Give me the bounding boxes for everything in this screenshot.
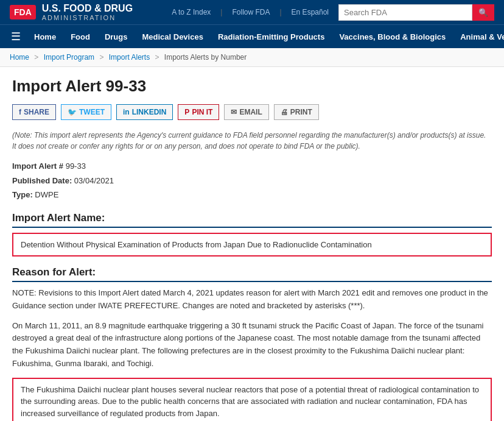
meta-published-value: 03/04/2021 xyxy=(74,176,114,185)
sep1: > xyxy=(34,53,38,62)
nav-drugs[interactable]: Drugs xyxy=(97,26,135,48)
content-area: Import Alert 99-33 f SHARE 🐦 TWEET in LI… xyxy=(0,67,504,421)
breadcrumb-current: Imports Alerts by Number xyxy=(164,53,247,62)
a-to-z-link[interactable]: A to Z Index xyxy=(172,8,211,16)
nav-vaccines[interactable]: Vaccines, Blood & Biologics xyxy=(332,26,453,48)
nav-home[interactable]: Home xyxy=(27,26,63,48)
share-bar: f SHARE 🐦 TWEET in LINKEDIN P PIN IT ✉ E… xyxy=(12,104,492,120)
share-linkedin[interactable]: in LINKEDIN xyxy=(116,104,173,120)
meta-published-label: Published Date: xyxy=(12,176,74,185)
reason-heading: Reason for Alert: xyxy=(12,266,492,282)
alert-name-text: Detention Without Physical Examination o… xyxy=(21,240,372,249)
top-bar: FDA U.S. FOOD & DRUG ADMINISTRATION A to… xyxy=(0,0,504,24)
alert-meta: Import Alert # 99-33 Published Date: 03/… xyxy=(12,159,492,202)
meta-published: Published Date: 03/04/2021 xyxy=(12,174,492,188)
nav-animal[interactable]: Animal & Veterinary xyxy=(453,26,504,48)
sep2: > xyxy=(99,53,103,62)
alert-note: (Note: This import alert represents the … xyxy=(12,130,492,152)
meta-type-value: DWPE xyxy=(35,190,58,199)
logo-area: FDA U.S. FOOD & DRUG ADMINISTRATION xyxy=(10,2,133,22)
facebook-icon: f xyxy=(19,108,21,116)
meta-alert-number: Import Alert # 99-33 xyxy=(12,159,492,173)
breadcrumb-home[interactable]: Home xyxy=(10,53,29,62)
reason-para-3: The Fukushima Daiichi nuclear plant hous… xyxy=(21,384,483,420)
agency-line1: U.S. FOOD & DRUG xyxy=(42,2,133,14)
nav-radiation[interactable]: Radiation-Emitting Products xyxy=(211,26,332,48)
breadcrumb-import-alerts[interactable]: Import Alerts xyxy=(109,53,150,62)
search-button[interactable]: 🔍 xyxy=(472,4,494,21)
reason-para-2: On March 11, 2011, an 8.9 magnitude eart… xyxy=(12,320,492,370)
share-twitter-label: TWEET xyxy=(79,108,105,116)
en-espanol-link[interactable]: En Español xyxy=(292,8,329,16)
agency-line2: ADMINISTRATION xyxy=(42,14,133,22)
share-facebook-label: SHARE xyxy=(24,108,49,116)
meta-alert-number-value: 99-33 xyxy=(66,161,86,171)
share-print[interactable]: 🖨 PRINT xyxy=(274,104,319,120)
share-pinterest[interactable]: P PIN IT xyxy=(178,104,219,120)
pinterest-icon: P xyxy=(184,108,189,116)
top-links: A to Z Index | Follow FDA | En Español 🔍 xyxy=(172,4,494,21)
hamburger-button[interactable]: ☰ xyxy=(5,25,27,48)
alert-name-box: Detention Without Physical Examination o… xyxy=(12,233,492,257)
main-nav: ☰ Home Food Drugs Medical Devices Radiat… xyxy=(0,24,504,48)
fda-badge: FDA xyxy=(10,5,36,19)
share-pinterest-label: PIN IT xyxy=(192,108,212,116)
nav-medical-devices[interactable]: Medical Devices xyxy=(135,26,210,48)
agency-name: U.S. FOOD & DRUG ADMINISTRATION xyxy=(42,2,133,22)
follow-fda-link[interactable]: Follow FDA xyxy=(232,8,270,16)
print-icon: 🖨 xyxy=(281,108,288,116)
search-container: 🔍 xyxy=(338,4,494,21)
divider1: | xyxy=(220,8,222,16)
share-facebook[interactable]: f SHARE xyxy=(12,104,56,120)
sep3: > xyxy=(155,53,159,62)
twitter-icon: 🐦 xyxy=(68,108,77,116)
share-linkedin-label: LINKEDIN xyxy=(132,108,167,116)
divider2: | xyxy=(279,8,281,16)
share-print-label: PRINT xyxy=(290,108,312,116)
reason-highlighted-box: The Fukushima Daiichi nuclear plant hous… xyxy=(12,378,492,421)
search-input[interactable] xyxy=(338,4,472,21)
breadcrumb: Home > Import Program > Import Alerts > … xyxy=(0,48,504,67)
meta-alert-number-label: Import Alert # xyxy=(12,161,66,171)
linkedin-icon: in xyxy=(123,108,130,116)
share-twitter[interactable]: 🐦 TWEET xyxy=(61,104,111,120)
page-title: Import Alert 99-33 xyxy=(12,77,492,96)
nav-food[interactable]: Food xyxy=(63,26,97,48)
share-email[interactable]: ✉ EMAIL xyxy=(224,104,268,120)
share-email-label: EMAIL xyxy=(239,108,262,116)
breadcrumb-import-program[interactable]: Import Program xyxy=(44,53,94,62)
meta-type-label: Type: xyxy=(12,190,35,199)
reason-para-1: NOTE: Revisions to this Import Alert dat… xyxy=(12,287,492,313)
alert-name-heading: Import Alert Name: xyxy=(12,212,492,228)
email-icon: ✉ xyxy=(231,108,237,116)
meta-type: Type: DWPE xyxy=(12,188,492,202)
